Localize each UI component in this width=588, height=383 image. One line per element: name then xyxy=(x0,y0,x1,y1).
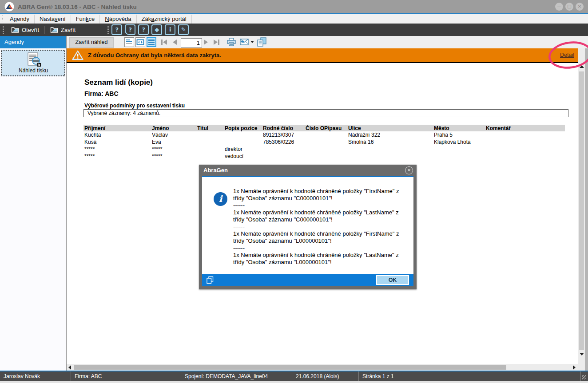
menu-bar: AgendyNastaveníFunkceNápovědaZákaznický … xyxy=(0,14,588,24)
page-number-input[interactable] xyxy=(181,38,202,47)
dialog-title: AbraGen xyxy=(203,167,228,174)
warning-message: Z důvodu Ochrany dat byla některá data z… xyxy=(88,52,221,59)
warning-triangle-icon xyxy=(72,50,83,60)
cell-rodne-cislo xyxy=(262,146,305,153)
detail-link[interactable]: Detail xyxy=(560,52,574,58)
cell-jmeno: Eva xyxy=(151,138,196,146)
abragen-dialog: AbraGen ✕ i 1x Nemáte oprávnění k hodnot… xyxy=(199,165,417,289)
cell-komentar xyxy=(485,131,565,138)
sidebar-item-label: Náhled tisku xyxy=(2,67,64,74)
cell-titul xyxy=(196,153,224,160)
close-button[interactable]: ✕ xyxy=(576,3,584,11)
previous-page-button[interactable] xyxy=(173,39,177,45)
horizontal-scrollbar[interactable] xyxy=(67,364,578,371)
help-topics-icon[interactable]: ? xyxy=(138,24,149,35)
menu-item[interactable]: Nápověda xyxy=(100,15,136,24)
print-settings-button[interactable] xyxy=(257,37,267,47)
open-agenda-button[interactable]: Otevřít xyxy=(7,24,44,35)
toolbar-grip[interactable] xyxy=(107,26,109,34)
cell-jmeno: ***** xyxy=(151,153,196,160)
cell-cislo-op xyxy=(305,131,347,138)
edit-notes-icon[interactable]: ✎ xyxy=(178,24,189,35)
cell-komentar xyxy=(485,153,565,160)
menu-item[interactable]: Nastavení xyxy=(35,15,71,24)
dialog-message-line: 1x Nemáte oprávnění k hodnotě chráněné p… xyxy=(233,209,410,223)
ok-button[interactable]: OK xyxy=(376,275,409,285)
scroll-down-icon[interactable] xyxy=(580,353,584,355)
statusbar-item: Firma: ABC xyxy=(71,371,181,381)
cell-mesto: Praha 5 xyxy=(433,131,485,138)
dialog-close-icon[interactable]: ✕ xyxy=(405,166,413,174)
copy-icon[interactable] xyxy=(207,276,214,284)
cell-jmeno: ***** xyxy=(151,146,196,153)
horizontal-scroll-thumb[interactable] xyxy=(74,365,506,370)
cell-mesto: Klapkova Lhota xyxy=(433,138,485,146)
folder-close-icon xyxy=(50,27,58,33)
dialog-title-bar[interactable]: AbraGen ✕ xyxy=(199,165,417,176)
close-agenda-button[interactable]: Zavřít xyxy=(46,24,80,35)
cell-ulice xyxy=(347,153,433,160)
conditions-value: Vybrané záznamy: 4 záznamů. xyxy=(83,109,568,117)
scroll-left-icon[interactable] xyxy=(68,365,71,370)
dialog-message-line: ------ xyxy=(233,202,410,209)
cell-mesto xyxy=(433,153,485,160)
menu-item[interactable]: Funkce xyxy=(71,15,100,24)
cell-mesto xyxy=(433,146,485,153)
info-icon: i xyxy=(214,192,227,206)
cell-jmeno: Václav xyxy=(151,131,196,138)
cell-popis-pozice: vedoucí xyxy=(224,153,262,160)
maximize-button[interactable]: □ xyxy=(565,3,573,11)
menu-item[interactable]: Agendy xyxy=(5,15,35,24)
cell-prijmeni: Kusá xyxy=(83,138,151,146)
cell-titul xyxy=(196,138,224,146)
dialog-message-line: 1x Nemáte oprávnění k hodnotě chráněné p… xyxy=(233,230,410,245)
cell-popis-pozice xyxy=(224,131,262,138)
minimize-button[interactable]: — xyxy=(555,3,563,11)
people-table: PříjmeníJménoTitulPopis poziceRodné čísl… xyxy=(83,125,565,160)
abra-gen-window: ABRA Gen® 18.03.16 - ABC - Náhled tisku … xyxy=(0,0,588,383)
menu-item[interactable]: Zákaznický portál xyxy=(137,15,192,24)
scroll-up-icon[interactable] xyxy=(580,65,584,68)
sidebar-header: Agendy xyxy=(0,36,66,48)
dialog-body: i 1x Nemáte oprávnění k hodnotě chráněné… xyxy=(202,176,413,274)
printer-icon xyxy=(226,38,236,47)
scroll-right-icon[interactable] xyxy=(573,365,576,370)
cell-popis-pozice xyxy=(224,138,262,146)
printer-copy-icon xyxy=(257,37,267,47)
preview-toolbar: Zavřít náhled xyxy=(67,36,588,48)
dialog-message-line: ------ xyxy=(233,223,410,230)
report-company: Firma: ABC xyxy=(84,90,119,97)
version-info-icon[interactable]: i xyxy=(165,24,175,35)
view-continuous-icon[interactable] xyxy=(147,37,156,47)
toolbar-grip[interactable] xyxy=(3,26,4,34)
window-bottom-edge xyxy=(0,381,588,383)
sidebar-item-nahled-tisku[interactable]: Náhled tisku xyxy=(1,50,65,76)
statusbar-item: Stránka 1 z 1 xyxy=(359,371,581,381)
vertical-scrollbar[interactable] xyxy=(578,48,585,371)
cell-prijmeni: Kuchta xyxy=(83,131,151,138)
next-page-button[interactable] xyxy=(204,39,208,45)
cell-komentar xyxy=(485,138,565,146)
view-whole-page-icon[interactable] xyxy=(124,37,134,47)
send-dropdown-icon[interactable] xyxy=(250,41,254,43)
envelope-icon xyxy=(240,39,249,45)
help-icon[interactable]: ? xyxy=(111,24,122,35)
vertical-scroll-thumb[interactable] xyxy=(579,71,584,350)
view-page-width-icon[interactable] xyxy=(135,37,145,47)
send-export-button[interactable] xyxy=(240,39,249,45)
conditions-title: Výběrové podmínky pro sestavení tisku xyxy=(84,103,185,109)
print-button[interactable] xyxy=(226,38,236,47)
toolbar-grip[interactable] xyxy=(2,16,3,22)
dialog-footer: OK xyxy=(202,274,413,286)
navigator-icon[interactable]: ◆ xyxy=(151,24,162,35)
cell-cislo-op xyxy=(305,138,347,146)
table-row: ***** ***** direktor xyxy=(83,146,565,153)
table-row: Kusá Eva 785306/0226 Smolná 16 Klapkova … xyxy=(83,138,565,146)
cell-rodne-cislo: 891213/0307 xyxy=(262,131,305,138)
report-title: Seznam lidí (kopie) xyxy=(84,78,153,87)
title-bar[interactable]: ABRA Gen® 18.03.16 - ABC - Náhled tisku … xyxy=(0,0,588,13)
context-help-icon[interactable]: ? xyxy=(125,24,135,35)
close-preview-button[interactable]: Zavřít náhled xyxy=(69,37,114,48)
cell-popis-pozice: direktor xyxy=(224,146,262,153)
resize-grip[interactable] xyxy=(582,375,586,379)
